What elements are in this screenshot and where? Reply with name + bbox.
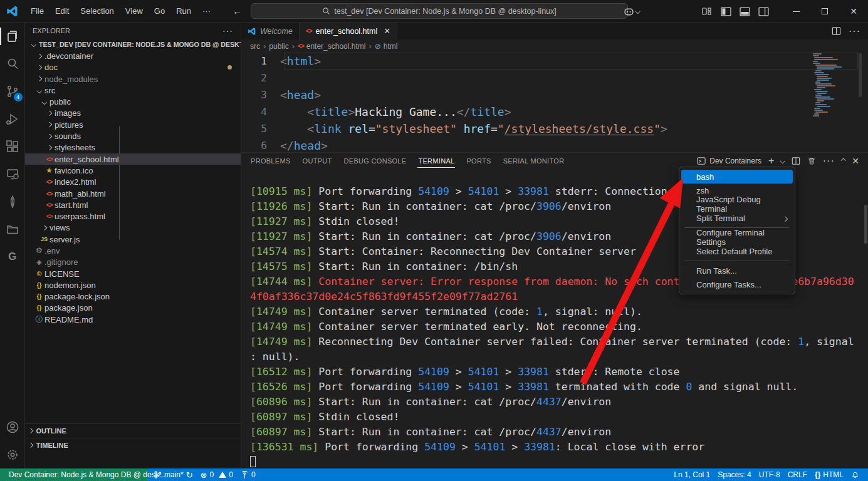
encoding[interactable]: UTF-8: [755, 470, 784, 479]
cursor-position[interactable]: Ln 1, Col 1: [670, 470, 714, 479]
tree-item[interactable]: {}package.json: [25, 303, 241, 314]
tree-item[interactable]: ©LICENSE: [25, 268, 241, 279]
window-minimize-button[interactable]: [782, 0, 810, 23]
minimap[interactable]: [813, 53, 852, 123]
terminal-scrollbar[interactable]: [864, 205, 867, 244]
remote-indicator[interactable]: Dev Container: Node.js & Mongo DB @ desk…: [0, 468, 147, 481]
window-close-button[interactable]: ✕: [839, 0, 868, 23]
tree-item[interactable]: {}package-lock.json: [25, 291, 241, 303]
breadcrumb-html[interactable]: ⊘html: [375, 42, 398, 51]
activity-search-icon[interactable]: [0, 50, 25, 78]
breadcrumb-src[interactable]: src: [250, 42, 260, 51]
menu-item-bash[interactable]: bash: [681, 170, 793, 184]
activity-account-icon[interactable]: [0, 413, 25, 441]
toggle-panel-icon[interactable]: [735, 3, 754, 19]
activity-remote-explorer-icon[interactable]: [0, 160, 25, 188]
activity-gitlens-icon[interactable]: G: [0, 243, 25, 271]
menu-item-run-task-[interactable]: Run Task...: [681, 264, 793, 277]
tab-enter-school-html[interactable]: <>enter_school.html✕: [300, 23, 397, 39]
menu-edit[interactable]: Edit: [50, 4, 75, 18]
menu-go[interactable]: Go: [149, 4, 170, 18]
panel-tab-problems[interactable]: PROBLEMS: [250, 154, 291, 168]
toggle-secondary-sidebar-icon[interactable]: [754, 3, 773, 19]
terminal-profile-button[interactable]: Dev Containers: [697, 157, 761, 165]
panel-tab-ports[interactable]: PORTS: [466, 154, 491, 168]
tree-item[interactable]: doc: [25, 62, 241, 73]
tree-item[interactable]: ★favicon.ico: [25, 165, 241, 176]
tree-root-folder[interactable]: TEST_DEV [DEV CONTAINER: NODE.JS & MONGO…: [25, 39, 241, 50]
split-editor-icon[interactable]: [832, 26, 841, 36]
panel-tab-serial-monitor[interactable]: SERIAL MONITOR: [503, 154, 565, 168]
breadcrumb-public[interactable]: public: [269, 42, 288, 51]
indentation[interactable]: Spaces: 4: [714, 470, 755, 479]
window-maximize-button[interactable]: [810, 0, 839, 23]
eol-sequence[interactable]: CRLF: [784, 470, 811, 479]
tree-item[interactable]: public: [25, 96, 241, 107]
new-terminal-icon[interactable]: +: [768, 155, 774, 167]
tree-item[interactable]: <>index2.html: [25, 177, 241, 188]
tree-item[interactable]: sounds: [25, 130, 241, 142]
tree-item[interactable]: <>enter_school.html: [25, 153, 241, 165]
tree-item[interactable]: {}nodemon.json: [25, 279, 241, 291]
menu-item-javascript-debug-terminal[interactable]: JavaScript Debug Terminal: [681, 197, 793, 211]
nav-back-icon[interactable]: ←: [233, 6, 242, 16]
tree-item[interactable]: <>start.html: [25, 199, 241, 210]
panel-tab-output[interactable]: OUTPUT: [302, 154, 333, 168]
notifications-bell-icon[interactable]: [847, 470, 863, 479]
code-editor[interactable]: 1<html>23<head>4 <title>Hacking Game...<…: [241, 53, 868, 153]
menu-file[interactable]: File: [25, 4, 50, 18]
menu-view[interactable]: View: [120, 4, 149, 18]
tree-item[interactable]: views: [25, 222, 241, 234]
panel-tab-terminal[interactable]: TERMINAL: [417, 154, 455, 168]
branch-status[interactable]: main* ↻: [150, 470, 197, 480]
panel-maximize-icon[interactable]: [841, 158, 846, 163]
activity-settings-icon[interactable]: [0, 441, 25, 468]
command-center-search[interactable]: test_dev [Dev Container: Node.js & Mongo…: [251, 3, 628, 19]
ports-status[interactable]: 0: [237, 470, 259, 479]
tree-item[interactable]: ⓘREADME.md: [25, 314, 241, 325]
tree-item[interactable]: <>userpass.html: [25, 210, 241, 222]
tree-item[interactable]: JSserver.js: [25, 234, 241, 245]
menu-item-split-terminal[interactable]: Split Terminal: [681, 211, 793, 225]
activity-source-control-icon[interactable]: 4: [0, 78, 25, 105]
tab-close-icon[interactable]: ✕: [384, 26, 390, 36]
toggle-primary-sidebar-icon[interactable]: [716, 3, 735, 19]
split-terminal-icon[interactable]: [792, 157, 800, 165]
section-outline[interactable]: OUTLINE: [25, 423, 241, 438]
problems-status[interactable]: ⊗ 0 0: [197, 470, 237, 480]
tree-item[interactable]: .devcontainer: [25, 50, 241, 61]
menu-item-configure-terminal-settings[interactable]: Configure Terminal Settings: [681, 230, 793, 244]
tab-welcome[interactable]: Welcome: [241, 23, 300, 39]
activity-extensions-icon[interactable]: [0, 133, 25, 160]
tree-item[interactable]: <>math_abi.html: [25, 188, 241, 199]
tree-item[interactable]: ◈.gitignore: [25, 257, 241, 268]
section-timeline[interactable]: TIMELINE: [25, 438, 241, 452]
language-mode[interactable]: {} HTML: [811, 470, 847, 479]
tree-item[interactable]: images: [25, 108, 241, 119]
tree-item[interactable]: ⚙.env: [25, 245, 241, 256]
tree-item[interactable]: pictures: [25, 119, 241, 130]
menu-run[interactable]: Run: [170, 4, 197, 18]
menu-item-configure-tasks-[interactable]: Configure Tasks...: [681, 277, 793, 291]
editor-more-icon[interactable]: ···: [849, 26, 860, 37]
activity-mongodb-icon[interactable]: [0, 188, 25, 215]
panel-tab-debug-console[interactable]: DEBUG CONSOLE: [343, 154, 407, 168]
tree-item[interactable]: stylesheets: [25, 142, 241, 153]
kill-terminal-icon[interactable]: [807, 157, 816, 165]
explorer-more-icon[interactable]: ···: [222, 26, 233, 36]
terminal-profile-dropdown-icon[interactable]: [780, 158, 785, 163]
activity-dev-containers-icon[interactable]: [0, 215, 25, 243]
menu-selection[interactable]: Selection: [75, 4, 119, 18]
activity-explorer-icon[interactable]: [0, 23, 25, 50]
activity-run-debug-icon[interactable]: [0, 105, 25, 133]
editor-scrollbar[interactable]: [859, 53, 862, 97]
tree-item[interactable]: node_modules: [25, 73, 241, 85]
copilot-icon[interactable]: [620, 3, 644, 19]
menu-item-select-default-profile[interactable]: Select Default Profile: [681, 244, 793, 258]
breadcrumb-enter-school-html[interactable]: <>enter_school.html: [298, 42, 365, 51]
panel-more-icon[interactable]: ···: [823, 155, 835, 167]
customize-layout-icon[interactable]: [698, 3, 716, 19]
tree-item[interactable]: src: [25, 85, 241, 96]
panel-close-icon[interactable]: ✕: [852, 156, 859, 166]
menu-more[interactable]: ···: [197, 4, 216, 18]
